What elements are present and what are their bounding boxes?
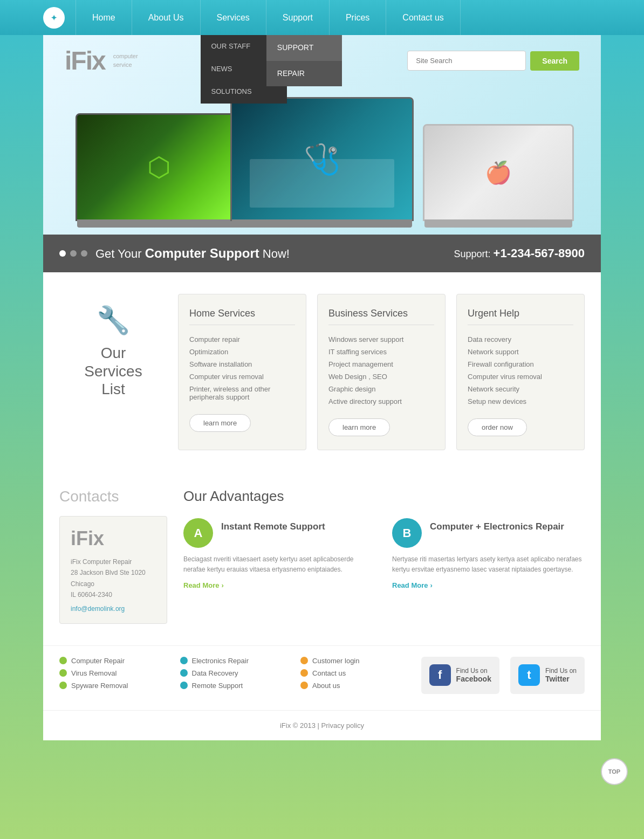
nav-link-about[interactable]: About Us — [132, 0, 201, 35]
copyright-text: iFix © 2013 | Privacy policy — [280, 721, 364, 730]
nav-link-contact[interactable]: Contact us — [386, 0, 460, 35]
logo-tagline: computer service — [113, 52, 138, 69]
laptop-left: ⬡ — [76, 113, 243, 221]
advantage-b-read-more-link[interactable]: Read More › — [392, 581, 585, 589]
nav-links-list: Home About Us Services OUR STAFF NEWS SO… — [76, 0, 461, 35]
contacts-heading: Contacts — [59, 488, 167, 505]
advantages-grid: A Instant Remote Support Beciagast nveri… — [183, 518, 585, 589]
logo-area: iFix computer service — [65, 46, 138, 75]
contacts-advantages-section: Contacts iFix iFix Computer Repair 28 Ja… — [43, 472, 601, 645]
bullet-icon-3 — [59, 682, 67, 689]
banner-text: Get Your Computer Support Now! — [95, 246, 290, 261]
arrow-icon: › — [221, 581, 223, 589]
nav-link-services[interactable]: Services — [201, 0, 266, 35]
nav-item-home[interactable]: Home — [76, 0, 132, 35]
footer-link-contact-us: Contact us — [300, 669, 405, 677]
nav-item-about[interactable]: About Us — [132, 0, 201, 35]
business-services-title: Business Services — [328, 308, 434, 325]
nav-item-prices[interactable]: Prices — [330, 0, 386, 35]
support-dropdown-item-support[interactable]: SUPPORT — [266, 35, 342, 61]
nav-link-prices[interactable]: Prices — [330, 0, 386, 35]
urgent-help-list: Data recovery Network support Firewall c… — [468, 333, 573, 408]
service-card-urgent: Urgent Help Data recovery Network suppor… — [456, 294, 585, 450]
circuit-icon: ⬡ — [147, 152, 171, 183]
bullet-icon-5 — [180, 669, 188, 677]
footer-link-remote-support: Remote Support — [180, 682, 285, 690]
twitter-button[interactable]: t Find Us on Twitter — [510, 657, 585, 694]
laptop-screen-white: 🍎 — [424, 126, 572, 219]
services-label: 🔧 OurServicesList — [59, 294, 167, 450]
list-item: Network security — [468, 383, 573, 395]
back-to-top-button[interactable]: TOP — [601, 758, 628, 785]
advantage-b-title: Computer + Electronics Repair — [430, 518, 564, 533]
nav-item-contact[interactable]: Contact us — [386, 0, 460, 35]
contact-email-link[interactable]: info@demolink.org — [71, 605, 156, 613]
advantage-a-read-more-link[interactable]: Read More › — [183, 581, 376, 589]
banner-support: Support: +1-234-567-8900 — [454, 246, 585, 260]
nav-link-home[interactable]: Home — [76, 0, 132, 35]
list-item: Optimization — [189, 346, 295, 358]
advantages-column: Our Advantages A Instant Remote Support … — [183, 488, 585, 624]
list-item: Software installation — [189, 358, 295, 370]
tools-icon: 🔧 — [97, 305, 130, 336]
services-title: OurServicesList — [84, 344, 142, 398]
list-item: Printer, wireless and other peripherals … — [189, 383, 295, 403]
bullet-icon-9 — [300, 682, 308, 689]
search-button[interactable]: Search — [530, 51, 579, 71]
footer-link-customer-login: Customer login — [300, 657, 405, 665]
nav-item-support[interactable]: Support SUPPORT REPAIR — [266, 0, 330, 35]
advantage-item-b: B Computer + Electronics Repair Nertyase… — [392, 518, 585, 589]
bullet-icon-1 — [59, 657, 67, 664]
footer-links-section: Computer Repair Virus Removal Spyware Re… — [43, 645, 601, 710]
urgent-help-order-button[interactable]: order now — [468, 418, 527, 436]
advantage-a-text: Beciagast nveriti vitaesaert asety kerty… — [183, 554, 376, 575]
advantage-a-header: A Instant Remote Support — [183, 518, 376, 548]
nav-item-services[interactable]: Services OUR STAFF NEWS SOLUTIONS — [201, 0, 266, 35]
list-item: Active directory support — [328, 395, 434, 408]
footer-link-data-recovery: Data Recovery — [180, 669, 285, 677]
banner-dot-2[interactable] — [70, 250, 77, 257]
support-dropdown-link-support[interactable]: SUPPORT — [266, 35, 342, 61]
stethoscope-icon: 🩺 — [304, 142, 341, 177]
business-services-learn-more-button[interactable]: learn more — [328, 418, 390, 436]
support-dropdown-link-repair[interactable]: REPAIR — [266, 61, 342, 87]
footer-col-1: Computer Repair Virus Removal Spyware Re… — [59, 657, 164, 694]
list-item: Data recovery — [468, 333, 573, 346]
footer-link-virus-removal: Virus Removal — [59, 669, 164, 677]
advantage-a-title: Instant Remote Support — [221, 518, 325, 533]
laptop-screen-medical: 🩺 — [232, 99, 412, 219]
footer-col-3: Customer login Contact us About us — [300, 657, 405, 694]
list-item: Project management — [328, 358, 434, 370]
banner-dot-3[interactable] — [81, 250, 87, 257]
apple-logo-icon: 🍎 — [485, 160, 512, 185]
twitter-icon: t — [518, 664, 540, 686]
contact-logo: iFix — [71, 527, 156, 550]
support-dropdown-item-repair[interactable]: REPAIR — [266, 61, 342, 87]
facebook-text: Find Us on Facebook — [456, 667, 491, 683]
bullet-icon-8 — [300, 669, 308, 677]
banner-dot-1[interactable] — [59, 250, 66, 257]
footer-col-2: Electronics Repair Data Recovery Remote … — [180, 657, 285, 694]
hero-laptops: ⬡ 🩺 🍎 — [65, 86, 579, 221]
home-services-list: Computer repair Optimization Software in… — [189, 333, 295, 403]
laptop-right: 🍎 — [423, 124, 574, 221]
list-item: Setup new devices — [468, 395, 573, 408]
services-section: 🔧 OurServicesList Home Services Computer… — [43, 272, 601, 472]
list-item: Graphic design — [328, 383, 434, 395]
advantage-badge-b: B — [392, 518, 422, 548]
search-input[interactable] — [407, 51, 526, 71]
banner-phone: +1-234-567-8900 — [494, 246, 585, 260]
bullet-icon-7 — [300, 657, 308, 664]
site-logo: iFix — [65, 46, 105, 75]
home-services-learn-more-button[interactable]: learn more — [189, 414, 251, 432]
service-card-business: Business Services Windows server support… — [317, 294, 446, 450]
facebook-icon: f — [429, 664, 451, 686]
list-item: Computer virus removal — [468, 370, 573, 383]
footer-link-computer-repair: Computer Repair — [59, 657, 164, 665]
contact-address: iFix Computer Repair 28 Jackson Blvd Ste… — [71, 556, 156, 601]
bullet-icon-2 — [59, 669, 67, 677]
support-dropdown: SUPPORT REPAIR — [266, 35, 342, 86]
facebook-button[interactable]: f Find Us on Facebook — [421, 657, 499, 694]
copyright-bar: iFix © 2013 | Privacy policy — [43, 710, 601, 740]
nav-link-support[interactable]: Support — [266, 0, 330, 35]
